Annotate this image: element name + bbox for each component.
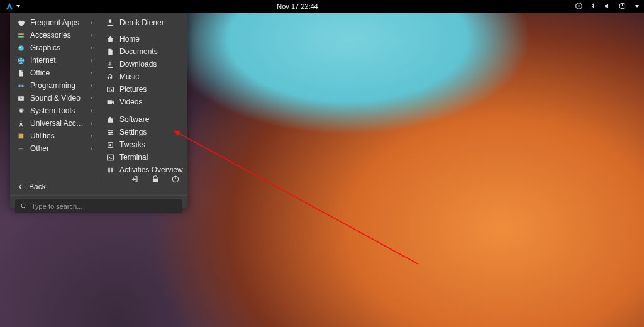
menu-system-1[interactable]: Settings <box>99 126 189 138</box>
label: Documents <box>119 47 183 56</box>
label: Music <box>119 72 183 81</box>
menu-categories-5[interactable]: Programming› <box>10 79 99 92</box>
code-icon <box>16 82 25 90</box>
clock[interactable]: Nov 17 22:44 <box>20 3 575 10</box>
svg-point-24 <box>109 143 111 145</box>
menu-categories-2[interactable]: Graphics› <box>10 42 99 54</box>
label: Activities Overview <box>119 165 183 174</box>
menu-categories-6[interactable]: Sound & Video› <box>10 92 99 104</box>
label: Terminal <box>119 153 183 162</box>
search-box[interactable] <box>15 199 182 213</box>
svg-point-15 <box>22 148 23 149</box>
menu-places-0[interactable]: Home <box>99 33 189 45</box>
menu-categories-1[interactable]: Accessories› <box>10 29 99 42</box>
svg-rect-5 <box>18 36 24 37</box>
menu-places: HomeDocumentsDownloadsMusicPicturesVideo… <box>99 33 189 108</box>
back-label: Back <box>29 182 46 191</box>
menu-categories-10[interactable]: Other› <box>10 142 99 155</box>
term-icon <box>106 153 114 162</box>
label: Utilities <box>30 131 86 140</box>
chevron-right-icon: › <box>91 82 92 89</box>
svg-point-28 <box>21 204 25 208</box>
menu-footer <box>10 195 187 218</box>
gear-icon <box>16 107 25 115</box>
application-menu: Frequent Apps›Accessories›Graphics›Inter… <box>10 13 187 208</box>
svg-point-6 <box>18 45 24 51</box>
label: Downloads <box>119 60 183 69</box>
label: Other <box>30 144 86 153</box>
menu-categories-7[interactable]: System Tools› <box>10 104 99 117</box>
top-bar: Nov 17 22:44 <box>0 0 644 13</box>
tweaks-icon <box>106 141 114 149</box>
label: Sound & Video <box>30 94 86 103</box>
chevron-right-icon: › <box>91 108 92 114</box>
chevron-right-icon: › <box>91 57 92 64</box>
label: Settings <box>119 128 183 136</box>
label: Universal Access <box>30 119 86 128</box>
svg-point-21 <box>111 131 112 133</box>
svg-rect-19 <box>107 100 112 104</box>
menu-places-4[interactable]: Pictures <box>99 83 189 96</box>
power-icon[interactable] <box>618 2 626 11</box>
svg-rect-3 <box>622 3 623 5</box>
label: Graphics <box>30 43 86 52</box>
svg-point-1 <box>578 5 580 7</box>
svg-point-22 <box>109 133 110 135</box>
vid-icon <box>106 98 114 106</box>
acc-icon <box>16 31 25 40</box>
user-name: Derrik Diener <box>119 18 183 27</box>
svg-rect-12 <box>18 133 23 138</box>
menu-categories-8[interactable]: Universal Access› <box>10 117 99 130</box>
menu-categories-4[interactable]: Office› <box>10 67 99 79</box>
heart-icon <box>16 19 25 27</box>
session-buttons <box>130 174 181 185</box>
menu-categories-9[interactable]: Utilities› <box>10 130 99 142</box>
logout-button[interactable] <box>130 174 141 185</box>
label: Accessories <box>30 31 86 40</box>
actov-icon <box>106 166 114 174</box>
chevron-right-icon: › <box>91 120 92 126</box>
arch-logo-icon[interactable] <box>5 2 14 11</box>
label: Pictures <box>119 85 183 94</box>
chevron-right-icon: › <box>91 70 92 76</box>
gfx-icon <box>16 44 25 52</box>
access-icon <box>16 119 25 128</box>
power-button[interactable] <box>170 174 181 185</box>
menu-system-3[interactable]: Terminal <box>99 151 189 164</box>
user-row[interactable]: Derrik Diener <box>99 16 189 29</box>
globe-icon <box>16 57 25 65</box>
menu-places-1[interactable]: Documents <box>99 45 189 58</box>
search-icon <box>20 202 28 210</box>
home-icon <box>106 35 114 43</box>
doc-icon <box>106 48 114 56</box>
label: Internet <box>30 56 86 65</box>
system-tray[interactable] <box>575 2 639 11</box>
svg-point-7 <box>19 47 21 48</box>
menu-system-0[interactable]: Software <box>99 113 189 126</box>
label: Tweaks <box>119 140 183 149</box>
svg-point-16 <box>109 19 112 23</box>
volume-icon[interactable] <box>604 2 612 11</box>
label: Office <box>30 69 86 77</box>
lock-button[interactable] <box>150 174 161 185</box>
menu-system: SoftwareSettingsTweaksTerminalActivities… <box>99 113 189 176</box>
music-icon <box>106 73 114 81</box>
search-input[interactable] <box>31 202 177 210</box>
svg-point-18 <box>108 88 109 89</box>
network-icon[interactable] <box>589 2 597 11</box>
chevron-right-icon: › <box>91 145 92 152</box>
menu-places-5[interactable]: Videos <box>99 96 189 108</box>
label: Home <box>119 35 183 43</box>
menu-places-2[interactable]: Downloads <box>99 58 189 70</box>
disk-icon[interactable] <box>575 2 583 11</box>
label: Videos <box>119 97 183 106</box>
menu-categories-0[interactable]: Frequent Apps› <box>10 16 99 29</box>
other-icon <box>16 145 25 153</box>
menu-system-2[interactable]: Tweaks <box>99 138 189 151</box>
menu-right-pane: Derrik Diener HomeDocumentsDownloadsMusi… <box>99 13 189 179</box>
bag-icon <box>106 116 114 124</box>
menu-places-3[interactable]: Music <box>99 70 189 83</box>
chevron-down-icon <box>635 5 639 8</box>
label: Software <box>119 115 183 124</box>
menu-categories-3[interactable]: Internet› <box>10 54 99 67</box>
